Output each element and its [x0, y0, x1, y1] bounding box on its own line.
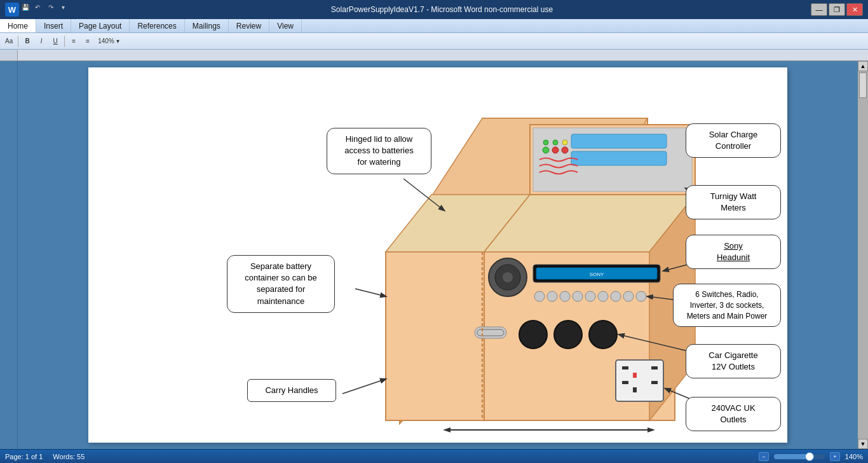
svg-rect-40 — [651, 366, 658, 370]
svg-rect-12 — [571, 134, 667, 148]
window-title: SolarPowerSupplyIdeaV1.7 - Microsoft Wor… — [73, 5, 811, 14]
svg-rect-45 — [475, 327, 506, 338]
bold-btn[interactable]: B — [21, 35, 34, 48]
save-icon[interactable]: 💾 — [22, 4, 33, 15]
left-margin — [0, 61, 18, 449]
toolbar: Aa B I U ≡ ≡ 140% ▾ — [0, 33, 868, 50]
svg-point-26 — [534, 291, 545, 301]
main-area: SONY — [0, 61, 868, 449]
close-button[interactable]: ✕ — [846, 3, 863, 16]
quick-access-toolbar: 💾 ↶ ↷ ▾ — [22, 4, 73, 15]
zoom-in-button[interactable]: + — [830, 452, 840, 461]
svg-rect-42 — [622, 381, 628, 384]
tab-insert[interactable]: Insert — [36, 19, 71, 32]
document-page: SONY — [88, 67, 787, 443]
svg-text:SONY: SONY — [590, 272, 604, 277]
svg-point-29 — [573, 291, 583, 301]
vertical-scrollbar[interactable]: ▲ ▼ — [858, 61, 868, 449]
scroll-down-button[interactable]: ▼ — [858, 439, 868, 449]
tab-home[interactable]: Home — [0, 19, 36, 32]
callout-carry-handles: Carry Handles — [247, 379, 336, 402]
tab-mailings[interactable]: Mailings — [185, 19, 229, 32]
svg-rect-4 — [386, 252, 484, 420]
undo-icon[interactable]: ↶ — [35, 4, 46, 15]
callout-switches: 6 Switches, Radio, Inverter, 3 dc socket… — [673, 284, 781, 327]
svg-point-33 — [623, 291, 634, 301]
title-bar-left: W 💾 ↶ ↷ ▾ — [5, 3, 73, 17]
window-controls: — ❐ ✕ — [811, 3, 863, 16]
svg-point-22 — [503, 272, 513, 282]
svg-rect-38 — [616, 360, 663, 401]
callout-sony: Sony Headunit — [686, 235, 781, 269]
zoom-thumb[interactable] — [805, 452, 814, 461]
tab-view[interactable]: View — [269, 19, 302, 32]
toolbar-separator2 — [64, 36, 65, 47]
ruler — [0, 50, 868, 61]
svg-marker-50 — [648, 427, 655, 432]
svg-point-17 — [543, 140, 548, 145]
format-btn[interactable]: Aa — [3, 35, 15, 48]
svg-point-15 — [552, 147, 559, 153]
svg-point-32 — [611, 291, 621, 301]
scroll-thumb[interactable] — [859, 73, 867, 98]
svg-point-31 — [598, 291, 608, 301]
tab-references[interactable]: References — [130, 19, 184, 32]
svg-point-35 — [519, 321, 547, 349]
zoom-fill — [774, 454, 810, 459]
callout-battery-container: Separate battery container so can be sep… — [227, 255, 335, 313]
ruler-corner — [0, 50, 18, 61]
zoom-out-button[interactable]: − — [759, 452, 769, 461]
svg-rect-44 — [633, 387, 637, 392]
customize-icon[interactable]: ▾ — [62, 4, 73, 15]
svg-line-58 — [355, 289, 386, 296]
svg-line-59 — [342, 379, 386, 394]
status-bar-right: − + 140% — [759, 452, 863, 461]
scroll-track — [858, 71, 868, 439]
svg-point-16 — [562, 147, 568, 153]
word-count: Words: 55 — [53, 453, 85, 460]
toolbar-separator — [18, 36, 18, 47]
minimize-button[interactable]: — — [811, 3, 827, 16]
page-area: SONY — [18, 61, 858, 449]
redo-icon[interactable]: ↷ — [48, 4, 60, 15]
svg-rect-39 — [622, 366, 628, 370]
scroll-up-button[interactable]: ▲ — [858, 61, 868, 71]
zoom-bar[interactable] — [774, 454, 825, 459]
svg-point-37 — [589, 321, 617, 349]
underline-btn[interactable]: U — [49, 35, 62, 48]
zoom-dropdown[interactable]: 140% ▾ — [95, 35, 121, 48]
callout-turnigy: Turnigy Watt Meters — [686, 185, 781, 219]
svg-rect-43 — [651, 381, 658, 384]
svg-point-14 — [543, 147, 549, 153]
svg-point-27 — [547, 291, 557, 301]
page-count: Page: 1 of 1 — [5, 453, 43, 460]
callout-solar-charge: Solar Charge Controller — [686, 123, 781, 158]
svg-marker-49 — [443, 427, 451, 432]
svg-point-18 — [553, 140, 558, 145]
callout-cigarette: Car Cigarette 12V Outlets — [686, 344, 781, 378]
svg-point-28 — [560, 291, 570, 301]
callout-hinged-lid: Hinged lid to allow access to batteries … — [327, 128, 431, 174]
status-bar: Page: 1 of 1 Words: 55 − + 140% — [0, 449, 868, 463]
svg-point-30 — [585, 291, 595, 301]
italic-btn[interactable]: I — [35, 35, 48, 48]
ribbon-tabs: Home Insert Page Layout References Maili… — [0, 19, 868, 33]
callout-outlets: 240VAC UK Outlets — [686, 397, 781, 431]
svg-point-36 — [554, 321, 582, 349]
svg-rect-13 — [571, 151, 667, 165]
svg-point-34 — [636, 291, 646, 301]
restore-button[interactable]: ❐ — [829, 3, 845, 16]
align-left-btn[interactable]: ≡ — [67, 35, 80, 48]
word-icon: W — [5, 3, 19, 17]
align-center-btn[interactable]: ≡ — [81, 35, 94, 48]
svg-rect-41 — [633, 373, 637, 378]
svg-point-19 — [562, 140, 567, 145]
zoom-level: 140% — [845, 453, 863, 460]
title-bar: W 💾 ↶ ↷ ▾ SolarPowerSupplyIdeaV1.7 - Mic… — [0, 0, 868, 19]
tab-page-layout[interactable]: Page Layout — [71, 19, 130, 32]
tab-review[interactable]: Review — [229, 19, 269, 32]
